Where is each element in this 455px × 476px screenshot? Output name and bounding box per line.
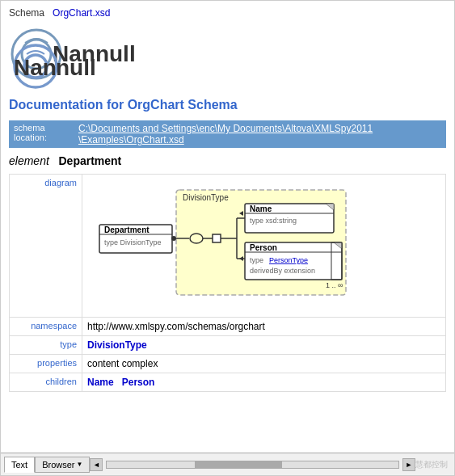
scroll-track[interactable] [106, 461, 399, 469]
watermark-text: 慧都控制 [415, 459, 448, 470]
logo-full: Nan null [9, 43, 154, 90]
schema-file-link[interactable]: C:\Documents and Settings\enc\My Documen… [78, 123, 373, 145]
schema-link[interactable]: OrgChart.xsd [53, 7, 110, 19]
diagram-label: diagram [10, 175, 82, 318]
namespace-label: namespace [10, 318, 82, 336]
element-name: Department [58, 154, 121, 167]
type-label: type [10, 336, 82, 355]
children-row: children Name Person [10, 373, 446, 392]
scroll-left-button[interactable]: ◄ [90, 458, 103, 471]
breadcrumb: Schema OrgChart.xsd [9, 7, 446, 19]
diagram-value: DivisionType Department type DivisionTyp… [82, 175, 446, 318]
browser-dropdown-icon: ▼ [77, 461, 83, 468]
children-label: children [10, 373, 82, 392]
svg-text:derivedBy  extension: derivedBy extension [250, 267, 315, 275]
properties-row: properties content complex [10, 355, 446, 373]
children-name-link[interactable]: Name [87, 377, 114, 388]
scroll-content[interactable]: Schema OrgChart.xsd Nan null [1, 1, 454, 453]
type-value: DivisionType [82, 336, 446, 355]
scroll-right-button[interactable]: ► [402, 458, 415, 471]
type-link[interactable]: DivisionType [87, 339, 147, 351]
diagram-area: DivisionType Department type DivisionTyp… [87, 178, 440, 314]
properties-label: properties [10, 355, 82, 373]
horizontal-scroll: ◄ ► [90, 458, 415, 471]
svg-text:Name: Name [250, 204, 272, 213]
scroll-thumb [195, 461, 282, 468]
properties-table: diagram DivisionType Depar [9, 174, 446, 392]
svg-text:null: null [56, 55, 96, 80]
svg-text:type  DivisionType: type DivisionType [104, 238, 162, 246]
main-container: Schema OrgChart.xsd Nan null [0, 0, 455, 476]
children-value: Name Person [82, 373, 446, 392]
browser-tab[interactable]: Browser ▼ [35, 457, 90, 473]
text-tab[interactable]: Text [4, 457, 35, 473]
browser-tab-label: Browser [42, 460, 74, 470]
properties-value: content complex [82, 355, 446, 373]
svg-text:PersonType: PersonType [269, 256, 308, 264]
svg-text:DivisionType: DivisionType [183, 193, 229, 202]
svg-text:type  xsd:string: type xsd:string [250, 217, 297, 225]
svg-text:Department: Department [104, 225, 150, 234]
svg-text:Nan: Nan [14, 55, 57, 80]
schema-label: Schema [9, 7, 44, 19]
svg-text:type: type [250, 256, 263, 264]
svg-text:1 .. ∞: 1 .. ∞ [326, 281, 343, 289]
schema-location-value: C:\Documents and Settings\enc\My Documen… [74, 120, 446, 148]
element-heading: element Department [9, 154, 446, 167]
diagram-row: diagram DivisionType Depar [10, 175, 446, 318]
namespace-row: namespace http://www.xmlspy.com/schemas/… [10, 318, 446, 336]
children-person-link[interactable]: Person [122, 377, 155, 388]
content-wrapper: Schema OrgChart.xsd Nan null [1, 1, 454, 453]
type-row: type DivisionType [10, 336, 446, 355]
info-table: schemalocation: C:\Documents and Setting… [9, 120, 446, 148]
svg-text:Person: Person [250, 243, 277, 252]
schema-location-label: schemalocation: [9, 120, 74, 148]
element-keyword: element [9, 154, 49, 167]
svg-rect-16 [213, 234, 221, 242]
namespace-value: http://www.xmlspy.com/schemas/orgchart [82, 318, 446, 336]
text-tab-label: Text [11, 460, 27, 470]
doc-title: Documentation for OrgChart Schema [9, 98, 446, 112]
bottom-bar: Text Browser ▼ ◄ ► 慧都控制 [1, 453, 454, 475]
diagram-svg: DivisionType Department type DivisionTyp… [95, 186, 354, 303]
